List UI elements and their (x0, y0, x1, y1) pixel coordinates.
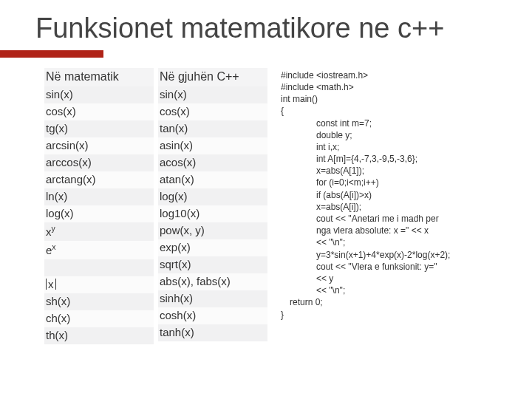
code-line: return 0; (281, 296, 502, 308)
code-line: int i,x; (281, 141, 502, 153)
table-row: pow(x, y) (158, 222, 267, 239)
table-row: abs(x), fabs(x) (158, 273, 267, 290)
table-row: arctang(x) (44, 171, 154, 188)
table-row: cos(x) (44, 103, 154, 120)
table-row (44, 259, 154, 276)
table-row: arcsin(x) (44, 137, 154, 154)
content-area: Në matematik sin(x)cos(x)tg(x)arcsin(x)a… (44, 68, 502, 344)
slide: Funksionet matematikore ne c++ Në matema… (0, 0, 532, 359)
table-row: cos(x) (158, 103, 267, 120)
table-row: sh(x) (44, 293, 154, 310)
table-row: asin(x) (158, 137, 267, 154)
code-line: double y; (281, 129, 502, 141)
code-line: int A[m]={4,-7,3,-9,5,-3,6}; (281, 153, 502, 165)
table-row: x (44, 276, 154, 293)
table-row: tg(x) (44, 120, 154, 137)
table-row: sqrt(x) (158, 256, 267, 273)
code-line: cout << "Vlera e funksionit: y=" (281, 261, 502, 273)
table-row: log10(x) (158, 205, 267, 222)
table-row: sin(x) (44, 86, 154, 103)
code-line: for (i=0;i<m;i++) (281, 177, 502, 188)
code-line: x=abs(A[i]); (281, 201, 502, 213)
code-line: int main() (281, 93, 502, 105)
code-line: #include <iostream.h> (281, 69, 502, 81)
math-header: Në matematik (44, 68, 154, 86)
cpp-column: Në gjuhën C++ sin(x)cos(x)tan(x)asin(x)a… (158, 68, 267, 344)
code-line: x=abs(A[1]); (281, 165, 502, 177)
functions-table: Në matematik sin(x)cos(x)tg(x)arcsin(x)a… (44, 68, 267, 344)
code-line: y=3*sin(x+1)+4*exp(x)-2*log(x+2); (281, 249, 502, 261)
code-line: if (abs(A[i])>x) (281, 189, 502, 201)
math-column: Në matematik sin(x)cos(x)tg(x)arcsin(x)a… (44, 68, 154, 344)
table-row: xy (44, 222, 154, 241)
code-line: cout << "Anetari me i madh per (281, 213, 502, 225)
code-line: << y (281, 273, 502, 284)
cpp-header: Në gjuhën C++ (158, 68, 267, 86)
code-line: const int m=7; (281, 117, 502, 129)
table-row: ex (44, 241, 154, 259)
table-row: exp(x) (158, 239, 267, 256)
page-title: Funksionet matematikore ne c++ (35, 13, 502, 44)
table-row: atan(x) (158, 171, 267, 188)
code-line: #include <math.h> (281, 81, 502, 93)
table-row: cosh(x) (158, 307, 267, 324)
table-row: ch(x) (44, 310, 154, 327)
code-line: } (281, 309, 502, 321)
code-line: << "\n"; (281, 236, 502, 248)
code-line: << "\n"; (281, 284, 502, 296)
code-line: { (281, 105, 502, 117)
table-row: acos(x) (158, 154, 267, 171)
accent-bar (0, 50, 103, 58)
code-sample: #include <iostream.h>#include <math.h>in… (281, 68, 502, 344)
table-row: log(x) (44, 205, 154, 222)
table-row: ln(x) (44, 188, 154, 205)
table-row: th(x) (44, 327, 154, 344)
table-row: tanh(x) (158, 324, 267, 341)
code-line: nga vlera absolute: x =" << x (281, 225, 502, 236)
table-row: tan(x) (158, 120, 267, 137)
table-row: log(x) (158, 188, 267, 205)
table-row: sinh(x) (158, 290, 267, 307)
table-row: arccos(x) (44, 154, 154, 171)
table-row: sin(x) (158, 86, 267, 103)
